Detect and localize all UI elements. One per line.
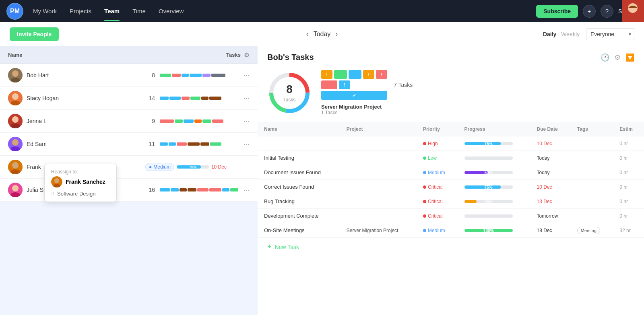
- task-tags-cell: [571, 209, 613, 223]
- table-row[interactable]: Correct Issues Found Critical 75% 10 Dec…: [258, 180, 644, 194]
- new-task-label[interactable]: New Task: [275, 244, 299, 250]
- filter-icon[interactable]: ⚙: [244, 51, 250, 59]
- more-options-bob[interactable]: ···: [244, 71, 250, 80]
- clock-icon[interactable]: 🕐: [601, 53, 609, 62]
- task-progress-cell: [458, 209, 530, 223]
- nav-link-time[interactable]: Time: [132, 6, 146, 16]
- frank-progress-bar: 75%: [177, 165, 209, 169]
- more-options-stacy[interactable]: ···: [244, 94, 250, 103]
- prev-date-arrow[interactable]: ‹: [306, 30, 309, 38]
- table-row[interactable]: Bug Tracking Critical 25% 13 Dec 0 hr: [258, 194, 644, 209]
- nav-logo[interactable]: PM: [6, 3, 23, 20]
- subscribe-button[interactable]: Subscribe: [536, 5, 578, 18]
- avatar-jenna: [8, 114, 23, 128]
- task-count-bob: 8: [145, 72, 155, 78]
- table-row[interactable]: On-Site Meetings Server Migration Projec…: [258, 223, 644, 238]
- member-name-jenna: Jenna L: [27, 118, 145, 124]
- task-tags-cell: [571, 151, 613, 165]
- team-row-julia[interactable]: Julia Simon 16 ···: [0, 179, 258, 202]
- daily-view-button[interactable]: Daily: [543, 31, 556, 37]
- table-row[interactable]: Document Issues Found Medium 50% Today 0…: [258, 165, 644, 180]
- task-priority-cell: Critical: [417, 209, 458, 223]
- reassign-label: Reassign to:: [51, 169, 110, 175]
- task-estim-cell: 0 hr: [613, 180, 644, 194]
- help-icon[interactable]: ?: [601, 5, 613, 18]
- everyone-select[interactable]: Everyone: [586, 28, 634, 40]
- task-name-cell: Initial Testing: [258, 151, 340, 165]
- task-priority-cell: Medium: [417, 223, 458, 238]
- view-controls: Daily Weekly Everyone ▾: [543, 28, 634, 40]
- task-tags-cell: [571, 194, 613, 209]
- task-project-cell: [340, 151, 417, 165]
- nav-link-mywork[interactable]: My Work: [33, 6, 57, 16]
- nav-link-team[interactable]: Team: [104, 6, 120, 16]
- member-name-ed: Ed Sam: [27, 141, 145, 147]
- task-tags-cell: Meeting: [571, 223, 613, 238]
- task-estim-cell: 0 hr: [613, 209, 644, 223]
- svg-point-4: [12, 70, 19, 77]
- next-date-arrow[interactable]: ›: [335, 30, 338, 38]
- task-progress-cell: 75%: [458, 136, 530, 151]
- tasks-panel-header: Bob's Tasks 🕐 ⚙ 🔽: [258, 46, 644, 67]
- reassign-item[interactable]: ⠿ Software Design: [51, 191, 110, 197]
- frank-progress-label: 75%: [189, 165, 196, 169]
- invite-people-button[interactable]: Invite People: [10, 27, 59, 41]
- team-row-ed[interactable]: Ed Sam 11 ···: [0, 133, 258, 156]
- more-options-ed[interactable]: ···: [244, 140, 250, 148]
- summary-task-count: 7 Tasks: [394, 82, 413, 88]
- user-avatar[interactable]: [622, 0, 644, 22]
- team-row-stacy[interactable]: Stacy Hogan 14 ···: [0, 87, 258, 110]
- col-header-project: Project: [340, 122, 417, 136]
- project-tasks: 1 Tasks: [321, 110, 634, 115]
- settings-icon[interactable]: ⚙: [614, 53, 621, 62]
- task-tags-cell: [571, 165, 613, 180]
- svg-point-16: [12, 162, 19, 169]
- frank-due-date: 10 Dec: [211, 164, 227, 170]
- avatar-julia: [8, 183, 23, 197]
- task-project-cell: [340, 180, 417, 194]
- project-name: Server Migration Project: [321, 104, 634, 110]
- more-options-julia[interactable]: ···: [244, 186, 250, 194]
- new-task-row[interactable]: + New Task: [258, 238, 644, 256]
- task-name-cell: [258, 136, 340, 151]
- task-count-jenna: 9: [145, 118, 155, 124]
- donut-number: 8: [283, 83, 296, 96]
- summary-bar-exclaim2: !: [363, 70, 374, 79]
- add-icon[interactable]: +: [583, 5, 596, 18]
- task-duedate-cell: 13 Dec: [530, 194, 571, 209]
- task-count-ed: 11: [145, 141, 155, 147]
- task-duedate-cell: 10 Dec: [530, 180, 571, 194]
- task-count-stacy: 14: [145, 95, 155, 101]
- col-header-name: Name: [258, 122, 340, 136]
- task-tags-cell: [571, 180, 613, 194]
- tag-badge[interactable]: Meeting: [577, 227, 600, 234]
- task-name-cell: Bug Tracking: [258, 194, 340, 209]
- filter-tasks-icon[interactable]: 🔽: [625, 53, 634, 62]
- task-priority-cell: Critical: [417, 180, 458, 194]
- svg-point-13: [12, 139, 19, 146]
- team-row-frank[interactable]: Frank ● Medium 75% 10 Dec Reassign to:: [0, 156, 258, 179]
- task-project-cell: Server Migration Project: [340, 223, 417, 238]
- weekly-view-button[interactable]: Weekly: [561, 31, 580, 37]
- task-name-cell: Document Issues Found: [258, 165, 340, 180]
- table-row[interactable]: Initial Testing Low Today 0 hr: [258, 151, 644, 165]
- summary-bar-blue: [349, 70, 361, 79]
- task-name-cell: Development Complete: [258, 209, 340, 223]
- table-row[interactable]: High 75% 10 Dec 0 hr: [258, 136, 644, 151]
- nav-link-overview[interactable]: Overview: [159, 6, 184, 16]
- task-progress-cell: [458, 151, 530, 165]
- reassign-person-name: Frank Sanchez: [66, 179, 105, 185]
- tasks-panel: Bob's Tasks 🕐 ⚙ 🔽: [258, 46, 644, 315]
- table-row[interactable]: Development Complete Critical Tomorrow 0…: [258, 209, 644, 223]
- task-estim-cell: 0 hr: [613, 151, 644, 165]
- task-duedate-cell: 18 Dec: [530, 223, 571, 238]
- task-bars-jenna: [160, 119, 240, 123]
- nav-link-projects[interactable]: Projects: [70, 6, 91, 16]
- member-name-bob: Bob Hart: [27, 72, 145, 78]
- team-row-jenna[interactable]: Jenna L 9 ···: [0, 110, 258, 133]
- task-project-cell: [340, 136, 417, 151]
- team-row-bob[interactable]: Bob Hart 8 ···: [0, 64, 258, 87]
- more-options-jenna[interactable]: ···: [244, 117, 250, 126]
- summary-bars-group: ! ! ! ! ✓: [321, 70, 387, 100]
- summary-bar-check: ✓: [321, 91, 387, 100]
